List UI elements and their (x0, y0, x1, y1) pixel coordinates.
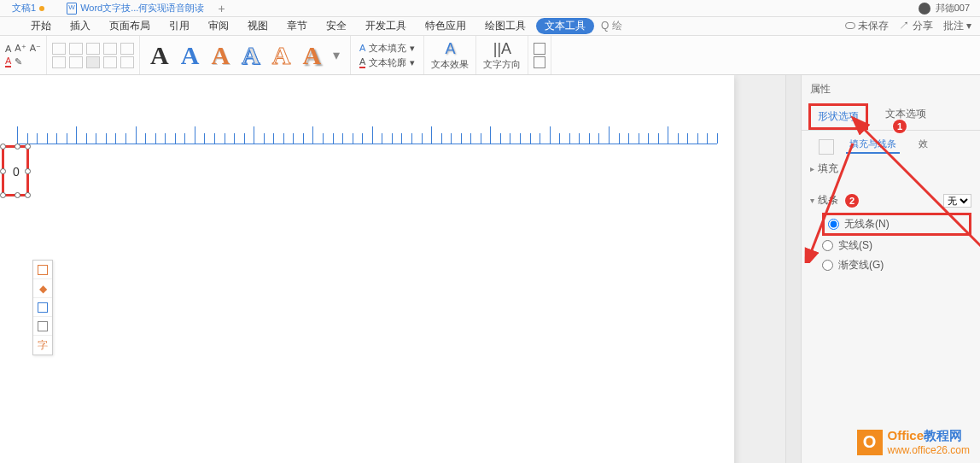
shape-text-icon[interactable]: 字 (33, 336, 52, 355)
document-viewport[interactable]: 0 ◆ 字 (0, 75, 785, 463)
resize-handle-icon[interactable] (25, 144, 31, 149)
comments-button[interactable]: 批注 ▾ (943, 19, 971, 33)
menu-draw-tools[interactable]: 绘图工具 (476, 17, 534, 35)
wordart-style-1[interactable]: A (147, 41, 172, 70)
properties-panel: 属性 形状选项 文本选项 填充与线条 效 填充 线条 2 无 (801, 75, 980, 463)
menu-dev-tools[interactable]: 开发工具 (357, 17, 415, 35)
text-outline-icon: A (359, 56, 365, 68)
align-top-icon[interactable] (52, 56, 66, 68)
annotation-arrow-1 (844, 109, 980, 255)
wordart-style-6[interactable]: A (299, 41, 324, 70)
font-color-icon[interactable]: A (5, 56, 11, 67)
ribbon-group-textfx: A 文本填充 ▾ A 文本轮廓 ▾ (351, 36, 424, 74)
resize-handle-icon[interactable] (15, 192, 20, 198)
menu-search[interactable]: Q 绘 (601, 19, 622, 33)
textbox-value: 0 (13, 165, 20, 179)
menu-home[interactable]: 开始 (22, 17, 60, 35)
watermark-logo: O Office教程网 www.office26.com (857, 428, 971, 456)
shape-quick-toolbar: ◆ 字 (32, 260, 53, 355)
title-bar: 文稿1 Word文字技...何实现语音朗读 + 邦德007 (0, 0, 980, 17)
textbox-icon[interactable] (534, 43, 545, 55)
cloud-unsaved[interactable]: 未保存 (845, 19, 889, 33)
document-page[interactable]: 0 (0, 75, 734, 463)
text-direction-button[interactable]: ||A 文字方向 (476, 36, 528, 74)
indent-right-icon[interactable] (120, 56, 134, 68)
properties-title: 属性 (802, 79, 980, 100)
svg-line-0 (861, 126, 980, 246)
menu-view[interactable]: 视图 (239, 17, 277, 35)
menu-text-tools[interactable]: 文本工具 (536, 18, 594, 34)
annotation-arrow-2 (793, 135, 861, 263)
menu-insert[interactable]: 插入 (61, 17, 99, 35)
wordart-style-2[interactable]: A (178, 41, 203, 70)
align-vcenter-icon[interactable] (69, 56, 83, 68)
menu-page-layout[interactable]: 页面布局 (101, 17, 159, 35)
shape-crop-icon[interactable] (33, 317, 52, 336)
align-right-icon[interactable] (86, 43, 100, 55)
shape-outline-icon[interactable] (33, 298, 52, 317)
ribbon-group-wordart: A A A A A A ▾ (140, 36, 351, 74)
resize-handle-icon[interactable] (25, 192, 31, 198)
logo-url: www.office26.com (888, 444, 971, 456)
svg-line-1 (810, 144, 853, 255)
align-center-icon[interactable] (69, 43, 83, 55)
font-a1-icon[interactable]: A⁺ (15, 43, 26, 54)
ribbon-group-formatting: A A⁺ A⁻ A ✎ (0, 36, 47, 74)
font-grow-icon[interactable]: A (5, 44, 11, 54)
document-tab-2[interactable]: Word文字技...何实现语音朗读 (58, 0, 213, 16)
menu-review[interactable]: 审阅 (200, 17, 237, 35)
unsaved-dot-icon (39, 6, 44, 11)
doc-title-2: Word文字技...何实现语音朗读 (80, 2, 204, 15)
line-spacing-icon[interactable] (120, 43, 134, 55)
align-left-icon[interactable] (52, 43, 66, 55)
number-line (17, 118, 717, 147)
align-bottom-icon[interactable] (86, 56, 100, 68)
workspace: 0 ◆ 字 属性 形状选项 文本选项 填充与线条 效 (0, 75, 980, 463)
main-menu-bar: 开始 插入 页面布局 引用 审阅 视图 章节 安全 开发工具 特色应用 绘图工具… (0, 17, 980, 36)
logo-square-icon: O (857, 430, 883, 455)
doc-title-1: 文稿1 (12, 2, 36, 15)
text-effect-icon: A (445, 40, 455, 58)
cloud-icon (845, 22, 855, 29)
text-direction-icon: ||A (493, 40, 511, 58)
resize-handle-icon[interactable] (25, 168, 31, 174)
wordart-style-4[interactable]: A (238, 41, 264, 70)
font-a2-icon[interactable]: A⁻ (30, 43, 41, 54)
ribbon-group-links (528, 36, 551, 74)
resize-handle-icon[interactable] (0, 168, 6, 174)
text-effect-button[interactable]: A 文本效果 (424, 36, 476, 74)
panel-splitter[interactable] (785, 75, 801, 463)
wordart-more-icon[interactable]: ▾ (330, 47, 343, 63)
wordart-style-5[interactable]: A (269, 41, 295, 70)
text-fill-icon: A (359, 43, 365, 53)
menu-reference[interactable]: 引用 (160, 17, 198, 35)
new-tab-button[interactable]: + (218, 2, 225, 15)
resize-handle-icon[interactable] (15, 144, 20, 149)
share-button[interactable]: ↗ 分享 (899, 19, 932, 33)
word-doc-icon (67, 3, 77, 15)
shape-fill-icon[interactable]: ◆ (33, 279, 52, 298)
logo-title: Office教程网 (888, 428, 971, 444)
ribbon-toolbar: A A⁺ A⁻ A ✎ A A A A A (0, 36, 980, 75)
menu-security[interactable]: 安全 (318, 17, 355, 35)
menu-chapter[interactable]: 章节 (278, 17, 316, 35)
link-textbox-icon[interactable] (534, 56, 545, 68)
text-outline-button[interactable]: A 文本轮廓 ▾ (356, 56, 418, 70)
user-avatar-icon[interactable] (919, 3, 930, 15)
resize-handle-icon[interactable] (0, 192, 6, 198)
indent-left-icon[interactable] (103, 56, 117, 68)
text-fill-button[interactable]: A 文本填充 ▾ (356, 41, 418, 56)
brush-icon[interactable]: ✎ (15, 56, 22, 67)
resize-handle-icon[interactable] (0, 144, 6, 149)
list-icon[interactable] (103, 43, 117, 55)
wordart-style-3[interactable]: A (207, 41, 233, 70)
shape-tool-1-icon[interactable] (33, 261, 52, 279)
document-tab-1[interactable]: 文稿1 (3, 0, 53, 16)
ribbon-group-paragraph (47, 36, 140, 74)
selected-textbox[interactable]: 0 (2, 145, 29, 196)
username: 邦德007 (936, 2, 970, 15)
menu-special[interactable]: 特色应用 (417, 17, 475, 35)
